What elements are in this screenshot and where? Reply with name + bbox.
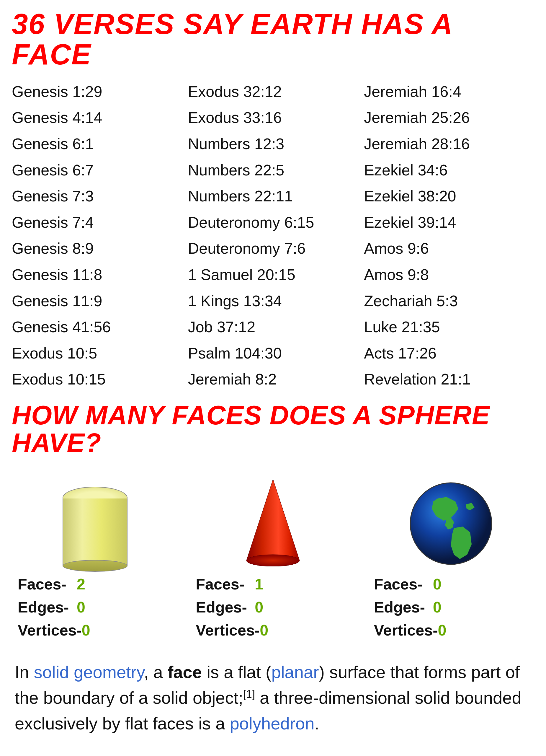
verse-item: Genesis 6:7: [12, 157, 182, 183]
verse-item: Acts 17:26: [364, 340, 534, 366]
globe-edges-label: Edges-: [374, 598, 433, 616]
cone-faces-value: 1: [255, 575, 263, 593]
verse-item: Exodus 10:15: [12, 366, 182, 392]
def-planar-link[interactable]: planar: [271, 662, 319, 682]
verse-item: Revelation 21:1: [364, 366, 534, 392]
verse-item: Genesis 7:4: [12, 209, 182, 236]
verse-item: Genesis 1:29: [12, 79, 182, 105]
verse-item: 1 Kings 13:34: [188, 288, 358, 314]
cone-edges-value: 0: [255, 598, 263, 616]
cone-col: Faces- 1 Edges- 0 Vertices- 0: [190, 469, 356, 644]
verse-item: Deuteronomy 6:15: [188, 209, 358, 236]
def-middle2: is a flat (: [202, 662, 271, 682]
cylinder-faces-row: Faces- 2: [18, 575, 172, 593]
def-middle1: , a: [144, 662, 168, 682]
verse-item: Jeremiah 8:2: [188, 366, 358, 392]
globe-faces-value: 0: [433, 575, 441, 593]
verse-item: 1 Samuel 20:15: [188, 262, 358, 288]
cone-vertices-row: Vertices- 0: [196, 621, 350, 639]
globe-faces-label: Faces-: [374, 575, 433, 593]
svg-marker-0: [247, 479, 299, 561]
cylinder-edges-label: Edges-: [18, 598, 77, 616]
verse-item: Genesis 41:56: [12, 314, 182, 340]
verse-item: Exodus 10:5: [12, 340, 182, 366]
cone-shape: [244, 478, 302, 566]
verse-item: Exodus 32:12: [188, 79, 358, 105]
cylinder-faces-value: 2: [77, 575, 85, 593]
verse-item: Jeremiah 25:26: [364, 105, 534, 131]
definition-section: In solid geometry, a face is a flat (pla…: [12, 659, 534, 736]
cylinder-col: Faces- 2 Edges- 0 Vertices- 0: [12, 469, 178, 644]
cone-image: [190, 469, 356, 566]
def-suffix: .: [314, 714, 319, 733]
globe-vertices-value: 0: [438, 621, 446, 639]
globe-faces-row: Faces- 0: [374, 575, 528, 593]
verses-grid: Genesis 1:29Genesis 4:14Genesis 6:1Genes…: [12, 79, 534, 392]
cone-faces-label: Faces-: [196, 575, 255, 593]
cone-edges-row: Edges- 0: [196, 598, 350, 616]
globe-stats: Faces- 0 Edges- 0 Vertices- 0: [368, 575, 534, 644]
verse-item: Ezekiel 38:20: [364, 183, 534, 209]
def-solid-geometry-link[interactable]: solid geometry: [34, 662, 144, 682]
verses-col-1: Genesis 1:29Genesis 4:14Genesis 6:1Genes…: [12, 79, 182, 392]
verse-item: Jeremiah 28:16: [364, 131, 534, 157]
cylinder-edges-row: Edges- 0: [18, 598, 172, 616]
cylinder-vertices-label: Vertices-: [18, 621, 82, 639]
cone-vertices-label: Vertices-: [196, 621, 260, 639]
globe-vertices-label: Vertices-: [374, 621, 438, 639]
cylinder-bottom: [63, 560, 128, 572]
verse-item: Genesis 7:3: [12, 183, 182, 209]
cylinder-body: [63, 498, 128, 566]
verse-item: Numbers 22:5: [188, 157, 358, 183]
cone-vertices-value: 0: [260, 621, 268, 639]
page-title: 36 VERSES SAY EARTH HAS A FACE: [12, 9, 534, 70]
verse-item: Amos 9:8: [364, 262, 534, 288]
def-citation: [1]: [243, 688, 255, 700]
verse-item: Job 37:12: [188, 314, 358, 340]
verse-item: Genesis 8:9: [12, 235, 182, 262]
verse-item: Ezekiel 39:14: [364, 209, 534, 236]
verse-item: Psalm 104:30: [188, 340, 358, 366]
def-face-bold: face: [168, 662, 202, 682]
verse-item: Jeremiah 16:4: [364, 79, 534, 105]
shapes-section: Faces- 2 Edges- 0 Vertices- 0: [12, 469, 534, 644]
cone-stats: Faces- 1 Edges- 0 Vertices- 0: [190, 575, 356, 644]
globe-vertices-row: Vertices- 0: [374, 621, 528, 639]
globe-image: [368, 469, 534, 566]
cylinder-stats: Faces- 2 Edges- 0 Vertices- 0: [12, 575, 178, 644]
verses-col-2: Exodus 32:12Exodus 33:16Numbers 12:3Numb…: [188, 79, 358, 392]
def-polyhedron-link[interactable]: polyhedron: [230, 714, 314, 733]
verse-item: Luke 21:35: [364, 314, 534, 340]
subtitle: HOW MANY FACES DOES A SPHERE HAVE?: [12, 401, 534, 457]
globe-col: Faces- 0 Edges- 0 Vertices- 0: [368, 469, 534, 644]
cylinder-vertices-value: 0: [82, 621, 90, 639]
cylinder-faces-label: Faces-: [18, 575, 77, 593]
cylinder-shape: [63, 487, 128, 566]
cylinder-vertices-row: Vertices- 0: [18, 621, 172, 639]
cylinder-image: [12, 469, 178, 566]
globe-edges-row: Edges- 0: [374, 598, 528, 616]
verse-item: Genesis 4:14: [12, 105, 182, 131]
verse-item: Numbers 12:3: [188, 131, 358, 157]
globe-shape: [408, 481, 494, 566]
verse-item: Exodus 33:16: [188, 105, 358, 131]
verse-item: Genesis 11:9: [12, 288, 182, 314]
verse-item: Deuteronomy 7:6: [188, 235, 358, 262]
verse-item: Numbers 22:11: [188, 183, 358, 209]
verses-col-3: Jeremiah 16:4Jeremiah 25:26Jeremiah 28:1…: [364, 79, 534, 392]
cone-edges-label: Edges-: [196, 598, 255, 616]
verse-item: Zechariah 5:3: [364, 288, 534, 314]
verse-item: Ezekiel 34:6: [364, 157, 534, 183]
svg-point-1: [247, 555, 299, 566]
verse-item: Amos 9:6: [364, 235, 534, 262]
cone-faces-row: Faces- 1: [196, 575, 350, 593]
cylinder-edges-value: 0: [77, 598, 85, 616]
def-prefix: In: [15, 662, 34, 682]
verse-item: Genesis 11:8: [12, 262, 182, 288]
globe-edges-value: 0: [433, 598, 441, 616]
verse-item: Genesis 6:1: [12, 131, 182, 157]
